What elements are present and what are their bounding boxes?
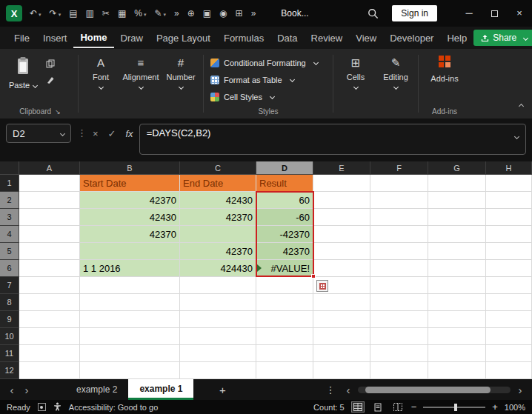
cell-H1[interactable] <box>486 175 532 192</box>
cell-C2[interactable]: 42430 <box>180 192 256 209</box>
cell-B1[interactable]: Start Date <box>80 175 180 192</box>
normal-view-button[interactable] <box>351 401 365 413</box>
cell-C4[interactable] <box>180 226 256 243</box>
tab-developer[interactable]: Developer <box>383 29 440 47</box>
tab-data[interactable]: Data <box>270 29 304 47</box>
cell-A10[interactable] <box>19 328 80 345</box>
column-header-D[interactable]: D <box>256 161 313 175</box>
redo-icon[interactable]: ↷▾ <box>50 8 61 19</box>
cell-G5[interactable] <box>428 243 486 260</box>
cell-C1[interactable]: End Date <box>180 175 256 192</box>
sheet-tab-example-1[interactable]: example 1 <box>128 379 193 400</box>
cell-E12[interactable] <box>313 362 370 379</box>
cell-C11[interactable] <box>180 345 256 362</box>
cell-C6[interactable]: 424430 <box>180 260 256 277</box>
cell-B8[interactable] <box>80 294 180 311</box>
scroll-right-arrow[interactable]: › <box>513 384 528 396</box>
cell-A2[interactable] <box>19 192 80 209</box>
cell-D5[interactable]: 42370 <box>256 243 313 260</box>
row-header-2[interactable]: 2 <box>0 192 19 209</box>
group-number[interactable]: #Number <box>161 49 201 118</box>
cell-D2[interactable]: 60 <box>256 192 313 209</box>
expand-formula-bar-button[interactable] <box>511 130 519 141</box>
cell-B11[interactable] <box>80 345 180 362</box>
cancel-entry-button[interactable]: × <box>93 128 99 139</box>
cell-H8[interactable] <box>486 294 532 311</box>
addins-button-label[interactable]: Add-ins <box>430 74 458 83</box>
row-header-9[interactable]: 9 <box>0 311 19 328</box>
format-painter-icon[interactable]: ✎▾ <box>154 8 166 19</box>
cell-A7[interactable] <box>19 277 80 294</box>
cell-H11[interactable] <box>486 345 532 362</box>
qat-overflow-icon[interactable]: » <box>174 8 179 19</box>
close-button[interactable]: × <box>507 0 532 27</box>
more-commands-icon[interactable]: » <box>251 8 256 19</box>
row-header-3[interactable]: 3 <box>0 209 19 226</box>
cell-G6[interactable] <box>428 260 486 277</box>
cell-E9[interactable] <box>313 311 370 328</box>
column-header-B[interactable]: B <box>80 161 180 175</box>
row-header-8[interactable]: 8 <box>0 294 19 311</box>
search-icon[interactable] <box>368 8 379 19</box>
cell-B2[interactable]: 42370 <box>80 192 180 209</box>
page-layout-view-button[interactable] <box>371 401 385 413</box>
page-break-view-button[interactable] <box>391 401 405 413</box>
row-header-1[interactable]: 1 <box>0 175 19 192</box>
cell-H5[interactable] <box>486 243 532 260</box>
tab-file[interactable]: File <box>7 29 36 47</box>
cell-C12[interactable] <box>180 362 256 379</box>
cell-D4[interactable]: -42370 <box>256 226 313 243</box>
sheet-options-icon[interactable]: ⋮ <box>323 384 338 395</box>
cell-E6[interactable] <box>313 260 370 277</box>
cell-D12[interactable] <box>256 362 313 379</box>
cell-C5[interactable]: 42370 <box>180 243 256 260</box>
percent-style-icon[interactable]: %▾ <box>134 8 146 19</box>
tab-page-layout[interactable]: Page Layout <box>150 29 217 47</box>
group-alignment[interactable]: ≡Alignment <box>121 49 161 118</box>
tab-insert[interactable]: Insert <box>36 29 74 47</box>
cell-F12[interactable] <box>370 362 428 379</box>
tab-draw[interactable]: Draw <box>114 29 150 47</box>
dialog-launcher-icon[interactable]: ↘ <box>55 108 61 116</box>
cell-B4[interactable]: 42370 <box>80 226 180 243</box>
cell-F3[interactable] <box>370 209 428 226</box>
previous-sheet-arrow[interactable]: ‹ <box>4 384 19 396</box>
tab-help[interactable]: Help <box>440 29 473 47</box>
new-file-icon[interactable]: ▤ <box>69 8 77 19</box>
cell-E4[interactable] <box>313 226 370 243</box>
cell-G9[interactable] <box>428 311 486 328</box>
cell-H10[interactable] <box>486 328 532 345</box>
auto-fill-options-button[interactable] <box>316 280 328 292</box>
name-box[interactable]: D2 <box>6 124 71 143</box>
row-header-6[interactable]: 6 <box>0 260 19 277</box>
save-icon[interactable]: ▣ <box>203 8 211 19</box>
cell-A9[interactable] <box>19 311 80 328</box>
zoom-in-button[interactable]: + <box>492 401 498 413</box>
row-header-11[interactable]: 11 <box>0 345 19 362</box>
accessibility-status[interactable]: Accessibility: Good to go <box>69 403 158 412</box>
cell-D3[interactable]: -60 <box>256 209 313 226</box>
cell-F2[interactable] <box>370 192 428 209</box>
cell-F10[interactable] <box>370 328 428 345</box>
format-painter-button[interactable] <box>46 76 55 84</box>
cell-A1[interactable] <box>19 175 80 192</box>
camera-icon[interactable]: ◉ <box>219 8 227 19</box>
cut-icon[interactable]: ✂ <box>102 8 110 19</box>
column-header-H[interactable]: H <box>486 161 532 175</box>
column-header-G[interactable]: G <box>428 161 486 175</box>
column-header-E[interactable]: E <box>313 161 370 175</box>
cell-G1[interactable] <box>428 175 486 192</box>
insert-function-button[interactable]: fx <box>126 128 133 139</box>
cell-G4[interactable] <box>428 226 486 243</box>
tab-review[interactable]: Review <box>305 29 350 47</box>
conditional-formatting-button[interactable]: Conditional Formatting <box>210 55 330 70</box>
cell-A11[interactable] <box>19 345 80 362</box>
sign-in-button[interactable]: Sign in <box>392 5 437 21</box>
cell-F7[interactable] <box>370 277 428 294</box>
cell-H6[interactable] <box>486 260 532 277</box>
select-all-corner[interactable] <box>0 161 19 175</box>
column-header-C[interactable]: C <box>180 161 256 175</box>
row-header-7[interactable]: 7 <box>0 277 19 294</box>
cell-H4[interactable] <box>486 226 532 243</box>
cell-E5[interactable] <box>313 243 370 260</box>
